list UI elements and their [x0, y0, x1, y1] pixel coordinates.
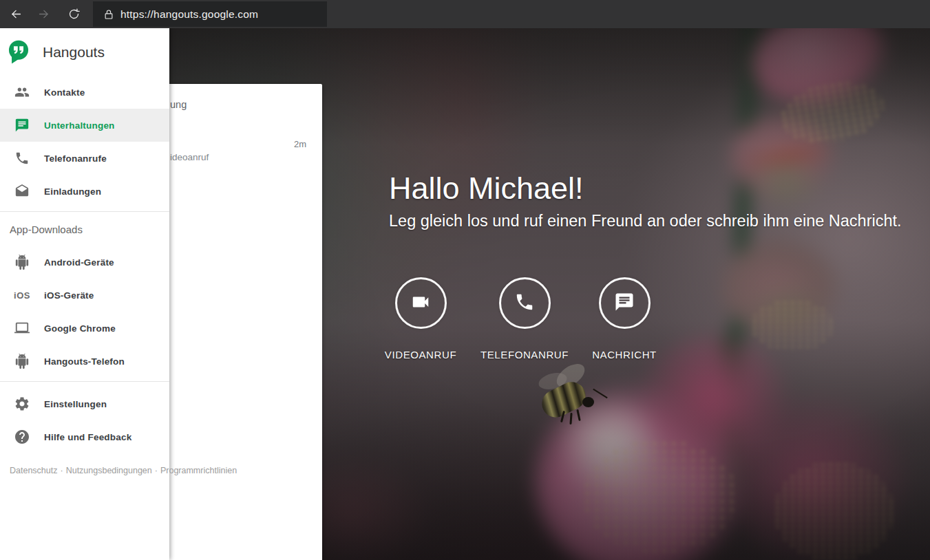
sidebar-item-label: Google Chrome	[44, 323, 116, 334]
video-call-label: VIDEOANRUF	[366, 349, 476, 360]
url-text: https://hangouts.google.com	[120, 8, 258, 21]
sidebar-item-label: Einladungen	[44, 186, 101, 197]
greeting-heading: Hallo Michael!	[389, 171, 584, 206]
conversation-snippet-fragment: ideoanruf	[170, 152, 209, 162]
address-bar[interactable]: https://hangouts.google.com	[93, 1, 327, 27]
sidebar-footer: Datenschutz·Nutzungsbedingungen·Programm…	[10, 464, 149, 477]
greeting-subtitle: Leg gleich los und ruf einen Freund an o…	[389, 212, 902, 230]
conversation-list-panel: ung 2m ideoanruf	[169, 84, 322, 560]
drawer-settings: Einstellungen Hilfe und Feedback	[0, 387, 169, 453]
video-call-button[interactable]: VIDEOANRUF	[366, 277, 476, 360]
ios-text-icon: iOS	[0, 290, 44, 301]
sidebar-item-einstellungen[interactable]: Einstellungen	[0, 387, 169, 420]
lock-icon[interactable]	[103, 8, 115, 21]
program-policies-link[interactable]: Programmrichtlinien	[160, 466, 237, 475]
sidebar-item-label: Hangouts-Telefon	[44, 356, 125, 367]
sidebar-item-label: Unterhaltungen	[44, 120, 115, 131]
sidebar-item-hangouts-telefon[interactable]: Hangouts-Telefon	[0, 345, 169, 378]
drawer-header: Hangouts	[0, 28, 169, 76]
sidebar-item-label: Hilfe und Feedback	[44, 432, 131, 442]
sidebar-item-ios-geraete[interactable]: iOS iOS-Geräte	[0, 279, 169, 312]
sidebar-item-label: iOS-Geräte	[44, 290, 94, 301]
drawer-nav: Kontakte Unterhaltungen Telefonanrufe Ei…	[0, 76, 169, 208]
forward-icon[interactable]	[32, 3, 55, 26]
help-icon	[0, 429, 44, 445]
android-icon	[0, 255, 44, 270]
sidebar-item-label: Telefonanrufe	[44, 153, 107, 164]
sidebar-item-label: Einstellungen	[44, 399, 107, 409]
sidebar-item-google-chrome[interactable]: Google Chrome	[0, 312, 169, 345]
phone-call-label: TELEFONANRUF	[469, 349, 580, 360]
sidebar-item-kontakte[interactable]: Kontakte	[0, 76, 169, 109]
back-icon[interactable]	[4, 3, 28, 26]
footer-separator: ·	[57, 466, 65, 475]
gear-icon	[0, 396, 44, 412]
phone-icon	[514, 292, 535, 315]
message-icon	[614, 292, 635, 315]
drawer-downloads: Android-Geräte iOS iOS-Geräte Google Chr…	[0, 246, 169, 378]
sidebar-divider	[0, 381, 169, 382]
sidebar-item-label: Android-Geräte	[44, 257, 114, 268]
sidebar-item-telefonanrufe[interactable]: Telefonanrufe	[0, 142, 169, 175]
app-downloads-heading: App-Downloads	[0, 212, 169, 246]
terms-link[interactable]: Nutzungsbedingungen	[66, 466, 152, 475]
privacy-link[interactable]: Datenschutz	[10, 466, 57, 475]
hangouts-app-window: ung 2m ideoanruf Hallo Michael! Leg glei…	[0, 0, 930, 560]
sidebar-item-label: Kontakte	[44, 87, 85, 98]
refresh-icon[interactable]	[62, 3, 85, 26]
sidebar-item-unterhaltungen[interactable]: Unterhaltungen	[0, 109, 169, 142]
hangouts-logo-icon	[7, 39, 30, 65]
browser-toolbar: https://hangouts.google.com	[0, 0, 930, 28]
footer-separator: ·	[152, 466, 160, 475]
navigation-drawer: Hangouts Kontakte Unterhaltungen Telefon…	[0, 28, 169, 560]
message-button[interactable]: NACHRICHT	[569, 277, 679, 360]
phone-call-button[interactable]: TELEFONANRUF	[469, 277, 580, 360]
laptop-icon	[0, 321, 44, 336]
sidebar-item-einladungen[interactable]: Einladungen	[0, 175, 169, 208]
chat-icon	[0, 118, 44, 133]
conversation-panel-header-fragment: ung	[170, 99, 187, 110]
conversation-timestamp: 2m	[294, 139, 306, 149]
mail-open-icon	[0, 184, 44, 199]
android-icon	[0, 354, 44, 369]
sidebar-item-hilfe-und-feedback[interactable]: Hilfe und Feedback	[0, 420, 169, 453]
sidebar-item-android-geraete[interactable]: Android-Geräte	[0, 246, 169, 279]
app-title: Hangouts	[43, 44, 105, 61]
phone-icon	[0, 151, 44, 166]
message-label: NACHRICHT	[569, 349, 679, 360]
videocam-icon	[410, 292, 431, 315]
people-icon	[0, 85, 44, 100]
